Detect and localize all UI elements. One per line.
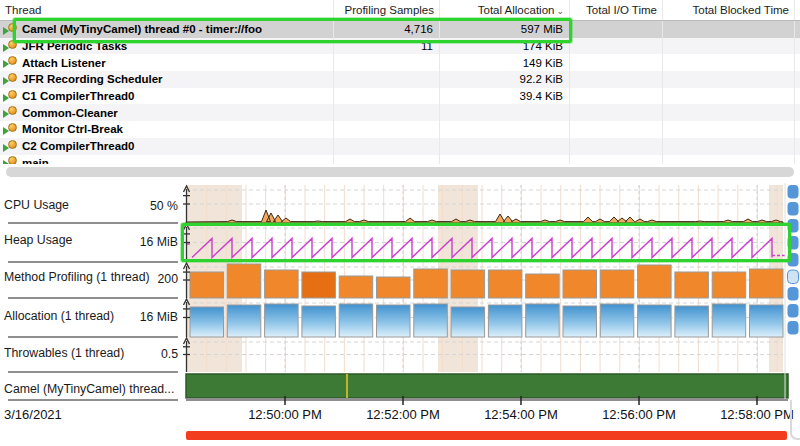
filler-cell xyxy=(795,88,800,105)
profiling-samples-cell xyxy=(334,104,440,121)
row-scroll-pill[interactable] xyxy=(788,236,799,250)
allocation-bar xyxy=(526,304,560,337)
row-scroll-pill[interactable] xyxy=(788,321,799,335)
timeline-row-separator xyxy=(8,222,178,224)
allocation-bar xyxy=(227,305,260,337)
time-tick-label-2: 12:54:00 PM xyxy=(466,407,576,422)
total-io-time-cell xyxy=(570,88,663,105)
total-blocked-time-cell xyxy=(663,104,795,121)
thread-orb-icon xyxy=(8,23,17,32)
column-header-3[interactable]: Total I/O Time xyxy=(570,0,663,20)
thread-icon xyxy=(3,106,20,119)
total-blocked-time-cell xyxy=(663,138,795,155)
timeline-row-separator xyxy=(8,371,178,373)
thread-orb-icon xyxy=(8,40,17,49)
total-io-time-cell xyxy=(570,104,663,121)
thread-name: main xyxy=(22,157,49,164)
profiling-samples-cell xyxy=(334,138,440,155)
thread-icon xyxy=(3,73,20,86)
allocation-bar xyxy=(265,304,299,337)
allocation-bar xyxy=(190,307,224,337)
total-allocation-cell xyxy=(440,138,570,155)
axis-arrow xyxy=(184,338,190,344)
total-blocked-time-cell xyxy=(663,71,795,88)
table-row[interactable]: JFR Periodic Tasks11174 KiB xyxy=(0,38,800,55)
thread-icon xyxy=(3,156,20,164)
table-row[interactable]: C1 CompilerThread039.4 KiB xyxy=(0,88,800,105)
row-scroll-pill[interactable] xyxy=(788,185,799,199)
time-tick-label-3: 12:56:00 PM xyxy=(584,407,694,422)
thread-name-cell: main xyxy=(0,155,334,165)
row-scroll-pill[interactable] xyxy=(788,270,799,284)
column-header-2[interactable]: Total Allocation⌄ xyxy=(440,0,570,20)
gc-band xyxy=(186,185,242,372)
allocation-bar xyxy=(712,304,746,337)
thread-icon xyxy=(3,140,20,153)
total-io-time-cell xyxy=(570,38,663,55)
thread-lifespan-bar xyxy=(186,374,788,398)
thread-name-cell: Monitor Ctrl-Break xyxy=(0,121,334,138)
thread-name: JFR Periodic Tasks xyxy=(22,40,127,52)
row-scroll-pill[interactable] xyxy=(788,202,799,216)
table-row[interactable]: Common-Cleaner xyxy=(0,104,800,121)
filler-cell xyxy=(795,21,800,38)
axis-arrow xyxy=(184,186,190,192)
method-profiling-bar xyxy=(265,270,299,298)
method-profiling-bar xyxy=(414,269,448,298)
method-profiling-bar xyxy=(302,272,336,298)
timeline-row-separator xyxy=(8,297,178,299)
thread-name-cell: JFR Periodic Tasks xyxy=(0,38,334,55)
total-blocked-time-cell xyxy=(663,155,795,165)
allocation-bar xyxy=(339,304,373,337)
column-header-4[interactable]: Total Blocked Time xyxy=(663,0,795,20)
table-row[interactable]: main xyxy=(0,155,800,165)
time-tick-label-1: 12:52:00 PM xyxy=(348,407,458,422)
allocation-bar xyxy=(377,305,411,337)
timeline-row-scale-value-4: 0.5 xyxy=(118,347,178,361)
table-horizontal-scrollbar[interactable] xyxy=(6,167,794,177)
row-scroll-pill[interactable] xyxy=(788,287,799,301)
row-scroll-pill[interactable] xyxy=(788,304,799,318)
column-header-1[interactable]: Profiling Samples xyxy=(334,0,440,20)
allocation-bar xyxy=(750,305,784,337)
thread-name: Common-Cleaner xyxy=(22,107,118,119)
thread-name-cell: C1 CompilerThread0 xyxy=(0,88,334,105)
filler-cell xyxy=(795,138,800,155)
profiler-window: { "thread_table": { "columns": [ {"label… xyxy=(0,0,800,446)
time-tick-label-0: 12:50:00 PM xyxy=(230,407,340,422)
allocation-bar xyxy=(675,306,709,337)
thread-icon xyxy=(3,40,20,53)
table-row[interactable]: C2 CompilerThread0 xyxy=(0,138,800,155)
thread-orb-icon xyxy=(8,56,17,65)
total-io-time-cell xyxy=(570,155,663,165)
method-profiling-bar xyxy=(227,264,260,298)
method-profiling-bar xyxy=(451,270,485,298)
allocation-bar xyxy=(600,304,634,337)
table-row[interactable]: Attach Listener149 KiB xyxy=(0,54,800,71)
total-allocation-cell: 92.2 KiB xyxy=(440,71,570,88)
thread-name: C1 CompilerThread0 xyxy=(22,90,134,102)
heap-usage-series xyxy=(192,239,772,258)
heap-row-annotation-box xyxy=(181,223,791,262)
timeline-row-scale-value-2: 200 xyxy=(118,272,178,286)
table-row[interactable]: Camel (MyTinyCamel) thread #0 - timer://… xyxy=(0,21,800,38)
gc-band xyxy=(438,185,478,372)
column-header-0[interactable]: Thread xyxy=(0,0,334,20)
timeline-range-scrollbar[interactable] xyxy=(186,431,787,440)
row-scroll-pill[interactable] xyxy=(788,253,799,267)
thread-name-cell: Camel (MyTinyCamel) thread #0 - timer://… xyxy=(0,21,334,38)
row-scroll-pill[interactable] xyxy=(788,219,799,233)
total-allocation-cell: 149 KiB xyxy=(440,54,570,71)
gc-band xyxy=(769,185,783,372)
table-row[interactable]: Monitor Ctrl-Break xyxy=(0,121,800,138)
method-profiling-bar xyxy=(339,276,373,298)
timeline-row-scale-value-0: 50 % xyxy=(118,199,178,213)
total-allocation-cell: 39.4 KiB xyxy=(440,88,570,105)
thread-orb-icon xyxy=(8,156,17,164)
column-header-filler xyxy=(795,0,800,20)
table-row[interactable]: JFR Recording Scheduler92.2 KiB xyxy=(0,71,800,88)
timeline-row-scale-value-3: 16 MiB xyxy=(118,310,178,324)
method-profiling-bar xyxy=(488,270,522,298)
total-blocked-time-cell xyxy=(663,54,795,71)
total-blocked-time-cell xyxy=(663,21,795,38)
